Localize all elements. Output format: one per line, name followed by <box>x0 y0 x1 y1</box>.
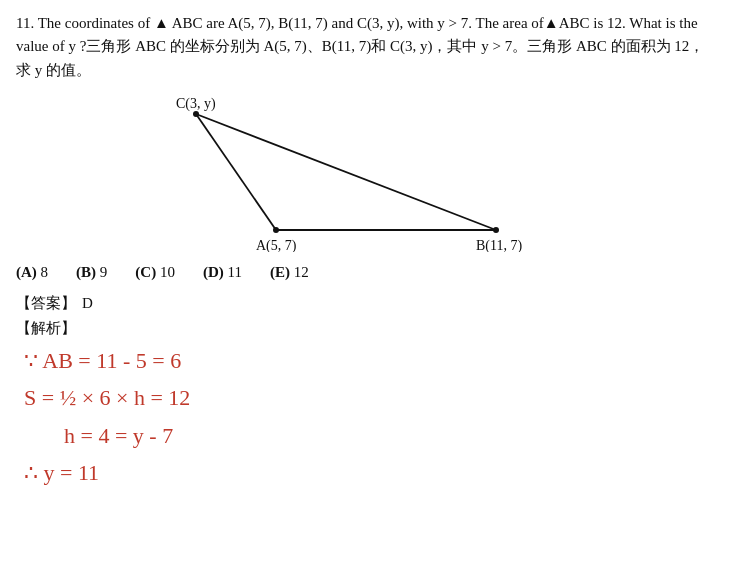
hw-line-3: h = 4 = y - 7 <box>64 417 716 454</box>
choice-B: (B) 9 <box>76 264 107 281</box>
hw-line-2: S = ½ × 6 × h = 12 <box>24 379 716 416</box>
label-B: B(11, 7) <box>476 238 522 252</box>
choice-E: (E) 12 <box>270 264 309 281</box>
cn-text: 三角形 ABC 的坐标分别为 A(5, 7)、B(11, 7)和 C(3, y)… <box>16 38 704 77</box>
choice-A: (A) 8 <box>16 264 48 281</box>
svg-line-0 <box>196 114 276 230</box>
answer-value: D <box>82 291 93 317</box>
triangle-diagram: C(3, y) A(5, 7) B(11, 7) <box>116 92 616 252</box>
triangle-symbol1: ▲ <box>154 15 169 31</box>
svg-point-5 <box>493 227 499 233</box>
handwriting-solution: ∵ AB = 11 - 5 = 6 S = ½ × 6 × h = 12 h =… <box>24 342 716 492</box>
solution-prefix: 【解析】 <box>16 316 76 342</box>
answer-label-row: 【答案】 D <box>16 291 716 317</box>
triangle-symbol2: ▲ <box>544 15 559 31</box>
svg-point-4 <box>273 227 279 233</box>
hw-line-4: ∴ y = 11 <box>24 454 716 491</box>
problem-text: 11. The coordinates of ▲ ABC are A(5, 7)… <box>16 12 716 82</box>
svg-point-3 <box>193 111 199 117</box>
hw-line-1: ∵ AB = 11 - 5 = 6 <box>24 342 716 379</box>
choice-D: (D) 11 <box>203 264 242 281</box>
choices-row: (A) 8 (B) 9 (C) 10 (D) 11 (E) 12 <box>16 264 716 281</box>
answer-section: 【答案】 D 【解析】 ∵ AB = 11 - 5 = 6 S = ½ × 6 … <box>16 291 716 492</box>
label-C: C(3, y) <box>176 96 216 112</box>
diagram: C(3, y) A(5, 7) B(11, 7) <box>116 92 616 252</box>
svg-line-1 <box>196 114 496 230</box>
label-A: A(5, 7) <box>256 238 297 252</box>
solution-label-row: 【解析】 <box>16 316 716 342</box>
problem-number: 11. <box>16 15 34 31</box>
choice-C: (C) 10 <box>135 264 175 281</box>
answer-prefix: 【答案】 <box>16 291 76 317</box>
